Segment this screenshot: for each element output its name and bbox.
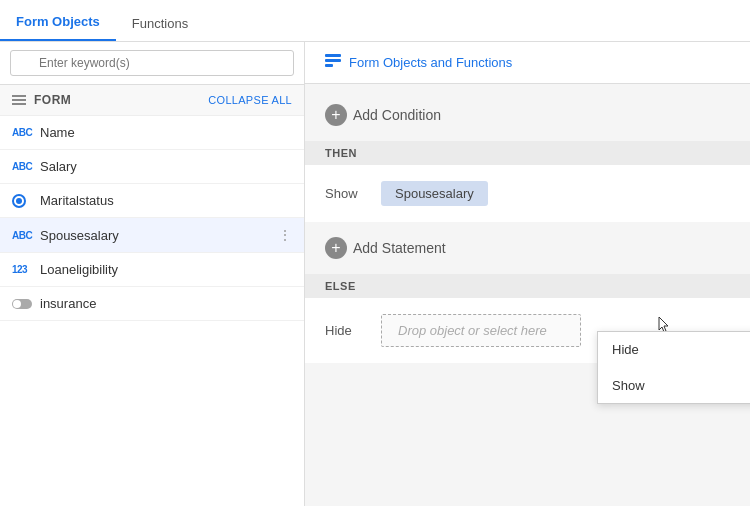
more-icon[interactable]: ⋮ xyxy=(278,227,292,243)
add-circle-icon: + xyxy=(325,104,347,126)
abc-icon: ABC xyxy=(12,161,40,172)
panel-icon xyxy=(325,54,341,71)
form-header-left: FORM xyxy=(12,93,71,107)
item-label: insurance xyxy=(40,296,292,311)
action-dropdown: Hide ✓ Show xyxy=(597,331,750,404)
show-badge[interactable]: Spousesalary xyxy=(381,181,488,206)
form-items: ABC Name ABC Salary Maritalstatus ABC Sp… xyxy=(0,116,304,506)
else-label: ELSE xyxy=(305,274,750,298)
collapse-all-button[interactable]: COLLAPSE ALL xyxy=(208,94,292,106)
then-content: Show Spousesalary xyxy=(305,165,750,222)
panel-title: Form Objects and Functions xyxy=(349,55,512,70)
list-item[interactable]: Maritalstatus xyxy=(0,184,304,218)
add-statement-label: Add Statement xyxy=(353,240,446,256)
search-input[interactable] xyxy=(10,50,294,76)
else-content: Hide Drop object or select here Hide ✓ S… xyxy=(305,298,750,363)
panel-header: Form Objects and Functions xyxy=(305,42,750,84)
search-bar: 🔍 xyxy=(0,42,304,85)
dropdown-item-show[interactable]: Show xyxy=(598,368,750,403)
item-label: Name xyxy=(40,125,292,140)
add-statement-button[interactable]: + Add Statement xyxy=(325,237,730,259)
item-label: Spousesalary xyxy=(40,228,278,243)
search-wrapper: 🔍 xyxy=(10,50,294,76)
hamburger-icon xyxy=(12,95,26,105)
number-icon: 123 xyxy=(12,264,40,275)
add-condition-label: Add Condition xyxy=(353,107,441,123)
add-circle-icon: + xyxy=(325,237,347,259)
tab-functions[interactable]: Functions xyxy=(116,6,204,41)
sidebar: 🔍 FORM COLLAPSE ALL ABC Name ABC Salary xyxy=(0,42,305,506)
add-condition-section: + Add Condition xyxy=(305,84,750,141)
right-panel: Form Objects and Functions + Add Conditi… xyxy=(305,42,750,506)
form-header: FORM COLLAPSE ALL xyxy=(0,85,304,116)
list-item[interactable]: insurance xyxy=(0,287,304,321)
header-tabs: Form Objects Functions xyxy=(0,0,750,42)
item-label: Loaneligibility xyxy=(40,262,292,277)
list-item[interactable]: ABC Spousesalary ⋮ xyxy=(0,218,304,253)
dropdown-item-label: Show xyxy=(612,378,645,393)
list-item[interactable]: ABC Name xyxy=(0,116,304,150)
list-item[interactable]: ABC Salary xyxy=(0,150,304,184)
form-label: FORM xyxy=(34,93,71,107)
dropdown-item-hide[interactable]: Hide ✓ xyxy=(598,332,750,368)
hide-label: Hide xyxy=(325,323,365,338)
main-content: 🔍 FORM COLLAPSE ALL ABC Name ABC Salary xyxy=(0,42,750,506)
abc-icon: ABC xyxy=(12,127,40,138)
radio-icon xyxy=(12,194,40,208)
then-label: THEN xyxy=(305,141,750,165)
list-item[interactable]: 123 Loaneligibility xyxy=(0,253,304,287)
dropdown-item-label: Hide xyxy=(612,342,639,357)
svg-rect-0 xyxy=(325,54,341,57)
drop-zone[interactable]: Drop object or select here xyxy=(381,314,581,347)
toggle-icon xyxy=(12,299,40,309)
item-label: Maritalstatus xyxy=(40,193,292,208)
add-statement-section: + Add Statement xyxy=(305,222,750,274)
svg-rect-1 xyxy=(325,59,341,62)
item-label: Salary xyxy=(40,159,292,174)
tab-form-objects[interactable]: Form Objects xyxy=(0,4,116,41)
svg-rect-2 xyxy=(325,64,333,67)
abc-icon: ABC xyxy=(12,230,40,241)
add-condition-button[interactable]: + Add Condition xyxy=(325,104,730,126)
show-label: Show xyxy=(325,186,365,201)
